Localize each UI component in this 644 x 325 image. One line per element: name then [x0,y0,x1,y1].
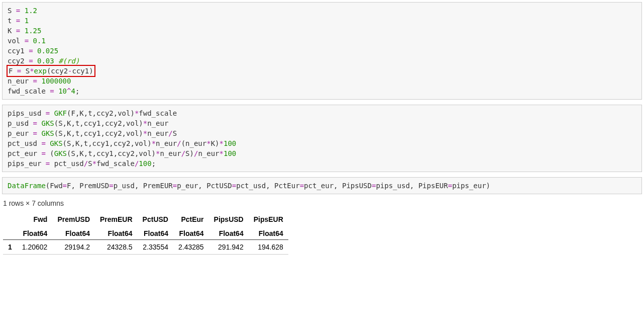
dataframe-table: FwdPremUSDPremEURPctUSDPctEurPipsUSDPips… [3,212,288,255]
code-token: 0.1 [33,37,46,45]
code-token: #(rd) [54,57,80,65]
code-token: = [63,182,67,190]
code-token: * [220,139,224,147]
code-token: GKS [50,139,62,147]
column-type: Float64 [17,226,53,240]
code-token: S) [185,149,194,157]
code-token: ccy1 [72,67,89,75]
row-index-type-header [3,226,17,240]
code-token: = [12,7,24,15]
code-token: = [232,182,236,190]
cell-value: 291.942 [209,240,249,255]
code-token: n_eur [160,149,181,157]
code-token: = [41,159,54,168]
code-token: 1.2 [25,7,37,15]
code-token: pips_eur [8,159,41,168]
code-token: p_usd [8,119,29,127]
code-token: pct_eur [8,149,37,157]
code-token: = [37,139,50,147]
table-row: 11.2060229194.224328.52.335542.43285291.… [3,240,288,255]
column-header: PremEUR [95,212,138,226]
code-token: p_usd, PremEUR [114,182,173,190]
code-token: = [29,119,41,127]
code-token: 1 [25,17,29,25]
code-token: S [26,67,30,75]
code-token: pct_usd [54,159,84,168]
highlighted-line: F = S*exp(ccy2-ccy1) [7,65,95,77]
code-token: = [29,77,41,85]
code-token: ccy1 [8,47,25,55]
code-token: / [84,159,88,168]
code-token: p_eur, PctUSD [177,182,232,190]
code-token: ; [75,87,79,95]
code-token: (S,K,t,ccy1,ccy2,vol) [63,139,152,147]
code-token: pips_usd, PipsEUR [376,182,448,190]
code-token: * [152,139,156,147]
code-token: ) [89,67,93,75]
cell-value: 2.33554 [138,240,173,255]
column-type: Float64 [138,226,173,240]
code-token: 1000000 [41,77,71,85]
code-token: F, PremUSD [67,182,109,190]
column-type: Float64 [209,226,249,240]
code-token: pct_usd, PctEur [236,182,299,190]
code-token: = [300,182,304,190]
code-token: K) [211,139,220,147]
code-token: = [46,87,58,95]
code-token: exp [34,67,47,75]
column-type: Float64 [173,226,209,240]
code-token: = [12,27,24,35]
cell-value: 194.628 [249,240,288,255]
code-token: (S,K,t,ccy1,ccy2,vol) [54,119,143,127]
column-type: Float64 [249,226,288,240]
column-type: Float64 [95,226,138,240]
code-token: GKS [41,129,54,137]
code-token: vol [8,37,20,45]
code-token: 10 [58,87,67,95]
code-token: 0.025 [37,47,58,55]
code-token: = [12,17,24,25]
code-token: = [29,129,41,137]
code-token: ccy2 [8,57,25,65]
code-token: 0.03 [37,57,54,65]
code-token: S [88,159,92,168]
cell-value: 29194.2 [52,240,95,255]
code-token: DataFrame [8,182,46,190]
cell-value: 2.43285 [173,240,209,255]
code-token: / [181,149,185,157]
code-token: 4 [71,87,75,95]
code-token: n_eur [147,119,168,127]
code-token: = [37,149,50,157]
code-token: * [92,159,96,168]
column-type: Float64 [52,226,95,240]
code-token: n_eur [8,77,29,85]
cell-value: 24328.5 [95,240,138,255]
code-cell-3: DataFrame(Fwd=F, PremUSD=p_usd, PremEUR=… [2,177,642,194]
code-token: / [168,129,172,137]
code-token: (n_eur [181,139,207,147]
code-token: n_eur [147,129,168,137]
code-token: GKS [41,119,54,127]
code-token: pct_eur, PipsUSD [304,182,372,190]
code-token: ( [50,149,54,157]
cell-value: 1.20602 [17,240,53,255]
code-token: S [173,129,177,137]
code-token: fwd_scale [8,87,46,95]
code-token: n_eur [156,139,177,147]
dataframe-meta: 1 rows × 7 columns [3,199,641,207]
code-token: pct_usd [8,139,37,147]
code-token: GKS [54,149,67,157]
code-token: * [156,149,160,157]
code-token: = [20,37,33,45]
code-token: p_eur [8,129,29,137]
code-token: / [177,139,181,147]
code-token: (S,K,t,ccy1,ccy2,vol) [54,129,143,137]
code-token: (Fwd [46,182,63,190]
column-header: PipsEUR [249,212,288,226]
code-token: - [68,67,72,75]
code-cell-1: S = 1.2 t = 1 K = 1.25 vol = 0.1 ccy1 = … [2,2,642,100]
column-header: Fwd [17,212,53,226]
code-cell-2: pips_usd = GKF(F,K,t,ccy2,vol)*fwd_scale… [2,105,642,172]
code-token: pips_usd [8,109,41,117]
code-token: = [13,67,25,75]
